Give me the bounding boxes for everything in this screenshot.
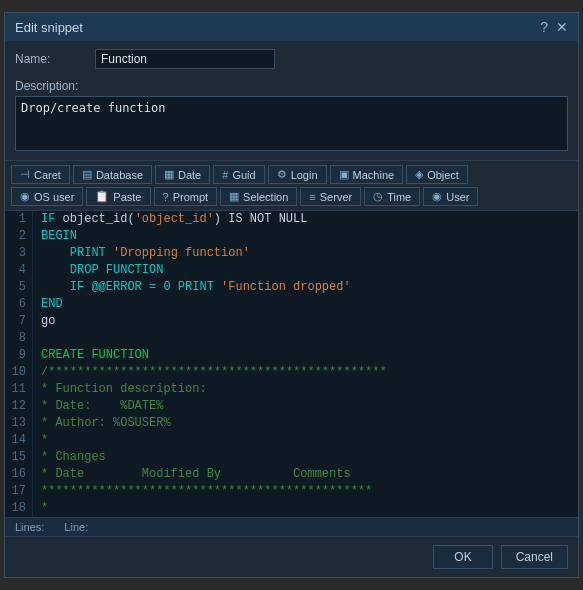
date-icon: ▦ xyxy=(164,168,174,181)
guid-button[interactable]: # Guid xyxy=(213,165,264,184)
edit-snippet-dialog: Edit snippet ? ✕ Name: Description: Drop… xyxy=(4,12,579,578)
code-line: 8 xyxy=(5,330,578,347)
name-input[interactable] xyxy=(95,49,275,69)
paste-label: Paste xyxy=(113,191,141,203)
help-icon[interactable]: ? xyxy=(540,19,548,35)
prompt-button[interactable]: ? Prompt xyxy=(154,187,218,206)
close-icon[interactable]: ✕ xyxy=(556,19,568,35)
guid-label: Guid xyxy=(232,169,255,181)
code-line: 1 IF object_id('object_id') IS NOT NULL xyxy=(5,211,578,228)
user-button[interactable]: ◉ User xyxy=(423,187,478,206)
selection-button[interactable]: ▦ Selection xyxy=(220,187,297,206)
caret-button[interactable]: ⊣ Caret xyxy=(11,165,70,184)
code-line: 15 * Changes xyxy=(5,449,578,466)
code-line: 17 *************************************… xyxy=(5,483,578,500)
code-line: 10 /************************************… xyxy=(5,364,578,381)
code-line: 7 go xyxy=(5,313,578,330)
code-line: 6 END xyxy=(5,296,578,313)
name-row: Name: xyxy=(5,41,578,79)
object-label: Object xyxy=(427,169,459,181)
selection-icon: ▦ xyxy=(229,190,239,203)
guid-icon: # xyxy=(222,169,228,181)
toolbar: ⊣ Caret ▤ Database ▦ Date # Guid ⚙ Login… xyxy=(5,160,578,211)
os-user-label: OS user xyxy=(34,191,74,203)
server-button[interactable]: ≡ Server xyxy=(300,187,361,206)
prompt-icon: ? xyxy=(163,191,169,203)
code-line: 9 CREATE FUNCTION xyxy=(5,347,578,364)
code-line: 14 * xyxy=(5,432,578,449)
server-label: Server xyxy=(320,191,352,203)
database-label: Database xyxy=(96,169,143,181)
time-label: Time xyxy=(387,191,411,203)
machine-label: Machine xyxy=(353,169,395,181)
user-icon: ◉ xyxy=(432,190,442,203)
selection-label: Selection xyxy=(243,191,288,203)
desc-input[interactable]: Drop/create function xyxy=(15,96,568,151)
title-bar-icons: ? ✕ xyxy=(540,19,568,35)
code-line: 16 * Date Modified By Comments xyxy=(5,466,578,483)
code-line: 13 * Author: %OSUSER% xyxy=(5,415,578,432)
os-user-icon: ◉ xyxy=(20,190,30,203)
code-editor[interactable]: 1 IF object_id('object_id') IS NOT NULL … xyxy=(5,211,578,517)
database-icon: ▤ xyxy=(82,168,92,181)
server-icon: ≡ xyxy=(309,191,315,203)
paste-button[interactable]: 📋 Paste xyxy=(86,187,150,206)
paste-icon: 📋 xyxy=(95,190,109,203)
toolbar-row-2: ◉ OS user 📋 Paste ? Prompt ▦ Selection ≡… xyxy=(11,187,572,206)
code-line: 2 BEGIN xyxy=(5,228,578,245)
code-line: 5 IF @@ERROR = 0 PRINT 'Function dropped… xyxy=(5,279,578,296)
machine-button[interactable]: ▣ Machine xyxy=(330,165,404,184)
prompt-label: Prompt xyxy=(173,191,208,203)
user-label: User xyxy=(446,191,469,203)
date-label: Date xyxy=(178,169,201,181)
ok-button[interactable]: OK xyxy=(433,545,492,569)
login-button[interactable]: ⚙ Login xyxy=(268,165,327,184)
lines-status: Lines: xyxy=(15,521,44,533)
desc-area: Description: Drop/create function xyxy=(5,79,578,160)
code-line: 12 * Date: %DATE% xyxy=(5,398,578,415)
time-button[interactable]: ◷ Time xyxy=(364,187,420,206)
time-icon: ◷ xyxy=(373,190,383,203)
title-bar: Edit snippet ? ✕ xyxy=(5,13,578,41)
date-button[interactable]: ▦ Date xyxy=(155,165,210,184)
login-icon: ⚙ xyxy=(277,168,287,181)
caret-label: Caret xyxy=(34,169,61,181)
code-line: 18 * xyxy=(5,500,578,517)
machine-icon: ▣ xyxy=(339,168,349,181)
code-line: 3 PRINT 'Dropping function' xyxy=(5,245,578,262)
line-status: Line: xyxy=(64,521,88,533)
dialog-title: Edit snippet xyxy=(15,20,83,35)
status-bar: Lines: Line: xyxy=(5,517,578,536)
object-button[interactable]: ◈ Object xyxy=(406,165,468,184)
code-line: 11 * Function description: xyxy=(5,381,578,398)
desc-label: Description: xyxy=(15,79,568,93)
cancel-button[interactable]: Cancel xyxy=(501,545,568,569)
name-label: Name: xyxy=(15,52,95,66)
caret-icon: ⊣ xyxy=(20,168,30,181)
os-user-button[interactable]: ◉ OS user xyxy=(11,187,83,206)
object-icon: ◈ xyxy=(415,168,423,181)
code-line: 4 DROP FUNCTION xyxy=(5,262,578,279)
toolbar-row-1: ⊣ Caret ▤ Database ▦ Date # Guid ⚙ Login… xyxy=(11,165,572,184)
database-button[interactable]: ▤ Database xyxy=(73,165,152,184)
bottom-bar: OK Cancel xyxy=(5,536,578,577)
login-label: Login xyxy=(291,169,318,181)
